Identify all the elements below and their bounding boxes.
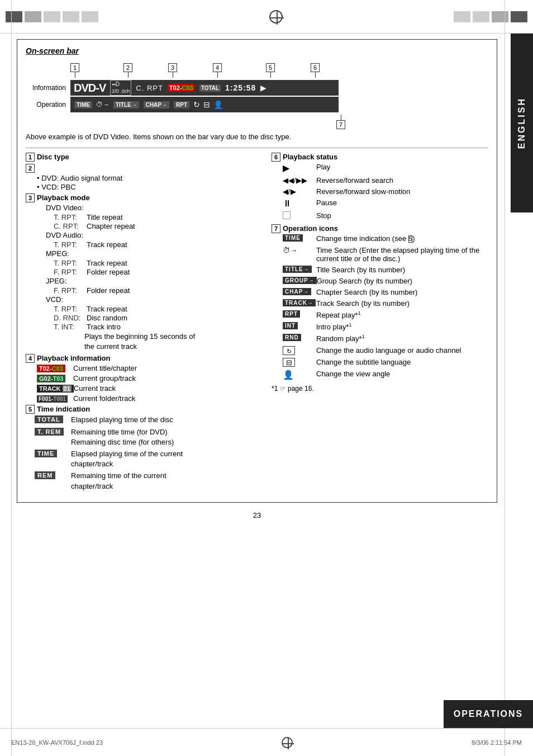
group-op-tag: GROUP→ xyxy=(283,277,317,284)
section-title: On-screen bar xyxy=(26,46,488,55)
divider xyxy=(26,148,488,148)
time-time: TIME Elapsed playing time of the current… xyxy=(35,449,260,469)
page-body: On-screen bar 1 2 3 xyxy=(17,39,497,519)
rnd-op-tag: RND xyxy=(283,334,301,341)
ps-search-desc: Reverse/forward search xyxy=(316,176,393,185)
num-labels-row: 1 2 3 4 xyxy=(70,61,488,80)
rem-badge: REM xyxy=(35,471,55,479)
bar-block-r4 xyxy=(511,11,527,22)
op-chap-desc: Chapter Search (by its number) xyxy=(316,288,417,296)
clock-arrow-icon: ⏱→ xyxy=(96,101,110,108)
title-btn[interactable]: TITLE→ xyxy=(113,101,139,108)
title-op-tag: TITLE→ xyxy=(283,266,312,273)
top-bar-right xyxy=(454,11,527,22)
num7-label: 7 xyxy=(336,115,345,129)
rpt-op-tag: RPT xyxy=(283,310,300,318)
above-note: Above example is of DVD Video. Items sho… xyxy=(26,133,488,141)
file-info: EN13-28_KW-AVX706J_f.indd 23 xyxy=(11,739,103,746)
pb-info-2: G02-T03 Current group/track xyxy=(37,374,260,382)
op-int-desc: Intro play*1 xyxy=(316,322,352,331)
op-bar: TIME ⏱→ TITLE→ CHAP→ RPT ↻ ⊟ 👤 xyxy=(70,97,339,112)
english-side-tab: ENGLISH xyxy=(511,34,533,212)
num3-label: 3 xyxy=(168,63,177,78)
date-info: 8/3/06 2:11:54 PM xyxy=(472,739,522,746)
num4-label: 4 xyxy=(213,63,222,78)
op-int: INT Intro play*1 xyxy=(283,322,488,331)
cat-vcd: VCD: xyxy=(46,295,260,304)
chap-btn[interactable]: CHAP→ xyxy=(144,101,169,108)
bar-block-2 xyxy=(25,11,41,22)
num5-label: 5 xyxy=(266,63,275,78)
time-rem: REM Remaining time of the currentchapter… xyxy=(35,471,260,491)
item3-label: Playback mode xyxy=(37,193,90,202)
bottom-bar: EN13-28_KW-AVX706J_f.indd 23 8/3/06 2:11… xyxy=(0,728,533,756)
pb-info-3: TRACK 01 Current track xyxy=(37,384,260,393)
operations-tab: OPERATIONS xyxy=(444,700,533,728)
op-subtitle: ⊟ Change the subtitle language xyxy=(283,358,488,367)
pause-icon: ⏸ xyxy=(283,199,292,209)
ps-pause: ⏸ Pause xyxy=(283,199,488,209)
dvd-v-label: DVD-V xyxy=(74,82,106,94)
time-display: 1:25:58 xyxy=(225,83,256,92)
time-desc: Elapsed playing time of the currentchapt… xyxy=(71,449,260,469)
trem-badge: T. REM xyxy=(35,428,64,436)
time-btn[interactable]: TIME xyxy=(74,101,92,108)
item6-label: Playback status xyxy=(283,153,337,161)
bar-block-4 xyxy=(63,11,79,22)
item4-label: Playback information xyxy=(37,354,110,362)
bottom-compass-icon xyxy=(282,737,293,748)
stop-icon xyxy=(283,211,291,219)
footnote-text: *1 ☞ page 16. xyxy=(272,385,314,393)
track-chapter-badge: T02-C03 xyxy=(168,84,195,92)
op-rnd: RND Random play*1 xyxy=(283,334,488,343)
top-bar-left xyxy=(6,11,98,22)
op-track-desc: Track Search (by its number) xyxy=(316,299,410,308)
item-7: 7 Operation icons TIME Change time indic… xyxy=(272,224,488,380)
op-angle-desc: Change the view angle xyxy=(316,370,390,378)
right-margin-line xyxy=(505,0,505,756)
g02t03-badge: G02-T03 xyxy=(37,375,65,382)
slow-icon: ◀/▶ xyxy=(283,187,296,196)
page-num-text: 23 xyxy=(253,511,261,519)
top-bar xyxy=(0,0,533,34)
repeat-icon: ↻ xyxy=(193,100,200,109)
right-column: 6 Playback status ▶ Play xyxy=(272,153,488,494)
subtitle-icon: ⊟ xyxy=(203,100,210,109)
two-col-layout: 1 Disc type 2 • DVD: Audio signal format… xyxy=(26,153,488,494)
item-5: 5 Time indication TOTAL Elapsed playing … xyxy=(26,405,260,491)
rpt-btn[interactable]: RPT xyxy=(174,101,189,108)
ps-search: ◀◀/▶▶ Reverse/forward search xyxy=(283,176,488,185)
operations-label: OPERATIONS xyxy=(454,709,524,719)
vcd-extra: Plays the beginning 15 seconds ofthe cur… xyxy=(84,332,260,352)
total-time-badge: TOTAL xyxy=(35,415,63,423)
op-bar-row: Operation TIME ⏱→ TITLE→ CHAP→ RPT ↻ ⊟ 👤 xyxy=(26,97,488,112)
t02c03-badge: T02-C03 xyxy=(37,365,65,372)
op-time: TIME Change time indication (see 5) xyxy=(283,234,488,243)
time-badge: TIME xyxy=(35,450,57,457)
op-audio: ↻ Change the audio language or audio cha… xyxy=(283,346,488,355)
cat-dvd-audio: DVD Audio: xyxy=(46,231,260,239)
num2-label: 2 xyxy=(123,63,132,78)
play-icon: ▶ xyxy=(283,163,289,173)
item7-label: Operation icons xyxy=(283,224,338,233)
bar-block-r1 xyxy=(454,11,470,22)
ps-play-desc: Play xyxy=(316,163,330,171)
item1-label: Disc type xyxy=(37,153,69,161)
bar-rows: Information DVD-V ▪▪D 2/0 .0ch C. RPT T0… xyxy=(26,80,488,112)
op-clock-desc: Time Search (Enter the elapsed playing t… xyxy=(316,246,488,263)
op-audio-desc: Change the audio language or audio chann… xyxy=(316,346,461,355)
crosshair-inner xyxy=(270,11,284,25)
ps-play: ▶ Play xyxy=(283,163,488,173)
time-total: TOTAL Elapsed playing time of the disc xyxy=(35,415,260,425)
cat-dvd-video: DVD Video: xyxy=(46,204,260,212)
op-subtitle-desc: Change the subtitle language xyxy=(316,358,411,366)
trem-desc: Remaining title time (for DVD)Remaining … xyxy=(71,427,260,447)
pb-info-4: F001-T001 Current folder/track xyxy=(37,394,260,403)
op-track: TRACK→ Track Search (by its number) xyxy=(283,299,488,308)
f001t001-badge: F001-T001 xyxy=(37,395,68,403)
audio-op-icon: ↻ xyxy=(283,346,295,355)
op-chap: CHAP→ Chapter Search (by its number) xyxy=(283,288,488,296)
bar-block-5 xyxy=(82,11,98,22)
time-op-tag: TIME xyxy=(283,234,303,242)
rem-desc: Remaining time of the currentchapter/tra… xyxy=(71,471,260,491)
